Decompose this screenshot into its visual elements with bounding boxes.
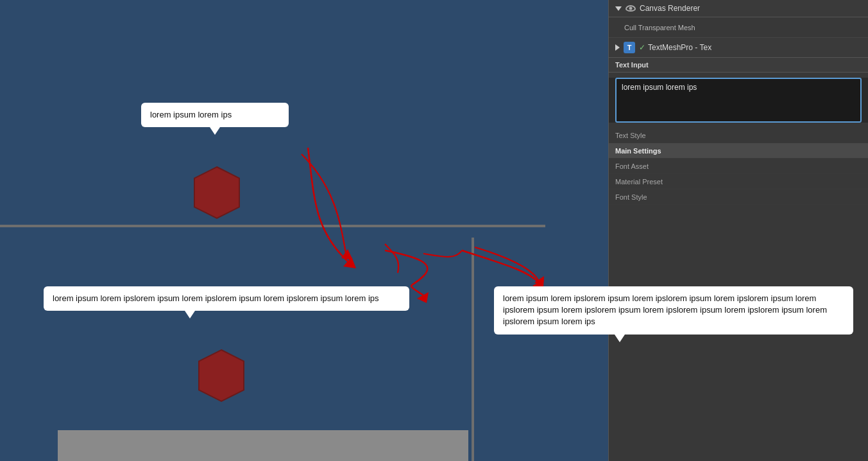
vertical-divider (472, 238, 474, 461)
collapse-triangle-icon (615, 6, 622, 11)
cull-transparent-mesh-row: Cull Transparent Mesh (609, 17, 868, 38)
text-input-label: Text Input (609, 58, 868, 73)
inspector-panel: Canvas Renderer Cull Transparent Mesh T … (608, 0, 868, 461)
text-input-field[interactable]: lorem ipsum lorem ips (615, 78, 862, 123)
speech-bubble-top: lorem ipsum lorem ips (141, 103, 289, 127)
text-style-row: Text Style (609, 128, 868, 143)
tmp-t-label: T (627, 44, 632, 51)
svg-marker-3 (343, 257, 356, 268)
speech-bubble-bottom-right: lorem ipsum lorem ipslorem ipsum lorem i… (494, 286, 853, 335)
tmp-collapse-icon (615, 44, 620, 51)
checkmark-icon: ✓ (639, 43, 645, 52)
main-settings-label: Main Settings (615, 147, 661, 155)
bubble-bottom-left-text: lorem ipsum lorem ipslorem ipsum lorem i… (53, 293, 379, 303)
text-input-section: lorem ipsum lorem ips (609, 78, 868, 123)
canvas-renderer-header: Canvas Renderer (609, 0, 868, 17)
textmeshpro-header: T ✓ TextMeshPro - Tex (609, 38, 868, 58)
material-preset-row: Material Preset (609, 174, 868, 189)
text-input-section-label: Text Input (615, 61, 649, 69)
arrows-overlay (0, 0, 609, 461)
speech-bubble-bottom-left: lorem ipsum lorem ipslorem ipsum lorem i… (44, 286, 409, 311)
platform-bottom (58, 430, 468, 461)
tmp-icon: T (624, 42, 635, 53)
font-style-row: Font Style (609, 189, 868, 205)
canvas-renderer-label: Canvas Renderer (640, 4, 700, 13)
hexagon-top (191, 164, 243, 224)
font-asset-label: Font Asset (615, 162, 649, 170)
hexagon-bottom-left (196, 347, 247, 407)
canvas-viewport: lorem ipsum lorem ips lorem ipsum lorem … (0, 0, 609, 461)
font-style-label: Font Style (615, 193, 647, 201)
svg-marker-1 (199, 350, 244, 401)
material-preset-label: Material Preset (615, 178, 663, 186)
svg-marker-6 (341, 249, 353, 260)
svg-marker-4 (417, 292, 429, 303)
cull-transparent-mesh-label: Cull Transparent Mesh (615, 24, 695, 31)
svg-marker-0 (194, 167, 239, 218)
eye-icon[interactable] (625, 5, 636, 12)
horizontal-divider (0, 225, 545, 227)
font-asset-row: Font Asset (609, 159, 868, 174)
text-input-value: lorem ipsum lorem ips (622, 83, 855, 92)
textmeshpro-label: TextMeshPro - Tex (648, 43, 711, 52)
text-style-label: Text Style (615, 132, 646, 139)
bubble-bottom-right-text: lorem ipsum lorem ipslorem ipsum lorem i… (503, 293, 827, 326)
main-settings-header: Main Settings (609, 143, 868, 159)
bubble-top-text: lorem ipsum lorem ips (150, 110, 232, 119)
